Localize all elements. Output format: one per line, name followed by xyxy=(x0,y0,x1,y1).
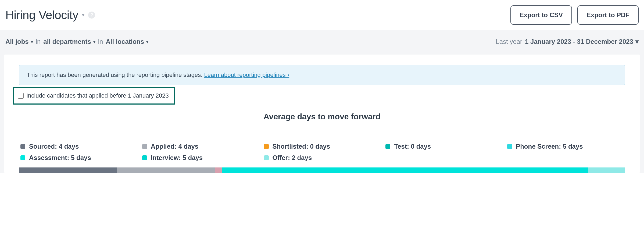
period-label: Last year xyxy=(496,38,522,45)
bar-segment xyxy=(117,167,214,173)
departments-filter[interactable]: all departments ▾ xyxy=(43,38,95,45)
filter-bar: All jobs ▾ in all departments ▾ in All l… xyxy=(0,30,644,55)
legend-swatch xyxy=(20,144,25,149)
export-csv-button[interactable]: Export to CSV xyxy=(510,5,572,25)
chart-legend: Sourced: 4 daysApplied: 4 daysShortliste… xyxy=(19,143,625,166)
legend-label: Phone Screen: 5 days xyxy=(516,143,583,150)
legend-swatch xyxy=(507,144,512,149)
chevron-down-icon: ▾ xyxy=(31,39,33,44)
legend-swatch xyxy=(142,155,147,160)
legend-swatch xyxy=(264,155,269,160)
filter-text-in: in xyxy=(98,38,103,45)
legend-label: Applied: 4 days xyxy=(151,143,198,150)
legend-item[interactable]: Shortlisted: 0 days xyxy=(264,143,380,150)
legend-label: Offer: 2 days xyxy=(273,154,312,162)
locations-filter[interactable]: All locations ▾ xyxy=(106,38,148,45)
legend-label: Test: 0 days xyxy=(394,143,431,150)
export-pdf-button[interactable]: Export to PDF xyxy=(577,5,639,25)
help-icon[interactable]: ? xyxy=(88,12,95,19)
info-banner-text: This report has been generated using the… xyxy=(27,71,204,78)
chevron-down-icon: ▾ xyxy=(635,38,639,45)
report-card: This report has been generated using the… xyxy=(4,55,640,173)
stacked-bar xyxy=(19,167,625,173)
filter-right: Last year 1 January 2023 - 31 December 2… xyxy=(496,38,639,45)
page-title: Hiring Velocity xyxy=(5,8,78,22)
learn-more-link[interactable]: Learn about reporting pipelines › xyxy=(204,71,289,78)
info-banner: This report has been generated using the… xyxy=(19,65,625,85)
legend-swatch xyxy=(142,144,147,149)
legend-swatch xyxy=(264,144,269,149)
bar-segment xyxy=(588,167,625,173)
date-range-filter[interactable]: 1 January 2023 - 31 December 2023 ▾ xyxy=(525,38,639,45)
include-before-date-row: Include candidates that applied before 1… xyxy=(13,87,175,105)
content-area: This report has been generated using the… xyxy=(0,55,644,173)
legend-swatch xyxy=(385,144,390,149)
bar-segment xyxy=(215,167,222,173)
legend-label: Shortlisted: 0 days xyxy=(273,143,330,150)
legend-item[interactable]: Applied: 4 days xyxy=(142,143,259,150)
title-group: Hiring Velocity ▾ ? xyxy=(5,8,95,22)
page-header: Hiring Velocity ▾ ? Export to CSV Export… xyxy=(0,0,644,30)
legend-item[interactable]: Assessment: 5 days xyxy=(20,154,137,162)
legend-label: Assessment: 5 days xyxy=(29,154,91,162)
filter-text-in: in xyxy=(36,38,41,45)
legend-label: Interview: 5 days xyxy=(151,154,203,162)
legend-item[interactable]: Interview: 5 days xyxy=(142,154,259,162)
filter-left: All jobs ▾ in all departments ▾ in All l… xyxy=(5,38,148,45)
legend-item[interactable]: Phone Screen: 5 days xyxy=(507,143,624,150)
chevron-down-icon: ▾ xyxy=(146,39,148,44)
chevron-down-icon: ▾ xyxy=(93,39,95,44)
title-chevron-down-icon[interactable]: ▾ xyxy=(82,12,84,18)
jobs-filter-label: All jobs xyxy=(5,38,29,45)
legend-item[interactable]: Sourced: 4 days xyxy=(20,143,137,150)
bar-segment xyxy=(222,167,588,173)
locations-filter-label: All locations xyxy=(106,38,144,45)
departments-filter-label: all departments xyxy=(43,38,91,45)
legend-swatch xyxy=(20,155,25,160)
legend-label: Sourced: 4 days xyxy=(29,143,79,150)
export-buttons: Export to CSV Export to PDF xyxy=(510,5,639,25)
legend-item[interactable]: Offer: 2 days xyxy=(264,154,380,162)
chart-title: Average days to move forward xyxy=(19,112,625,121)
jobs-filter[interactable]: All jobs ▾ xyxy=(5,38,33,45)
date-range-text: 1 January 2023 - 31 December 2023 xyxy=(525,38,633,45)
include-before-date-label: Include candidates that applied before 1… xyxy=(26,92,169,99)
legend-item[interactable]: Test: 0 days xyxy=(385,143,502,150)
bar-segment xyxy=(19,167,117,173)
include-before-date-checkbox[interactable] xyxy=(18,93,24,99)
